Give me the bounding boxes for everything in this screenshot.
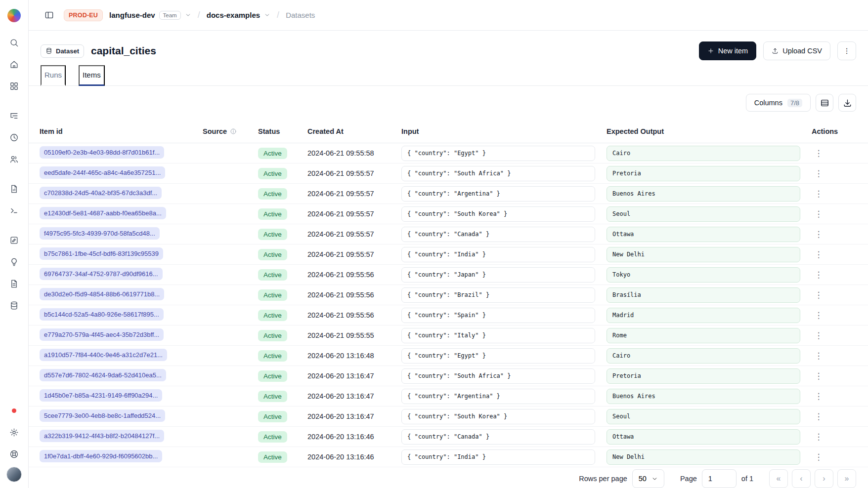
row-actions-button[interactable]: ⋮ <box>812 430 825 444</box>
project-name[interactable]: docs-examples <box>207 11 260 19</box>
expected-output-cell: Seoul <box>607 409 800 424</box>
row-actions-button[interactable]: ⋮ <box>812 268 825 282</box>
evaluation-lightbulb-icon[interactable] <box>5 253 23 271</box>
item-id-link[interactable]: 1f0e7da1-dbff-4e60-929d-f6095602bb... <box>40 450 162 462</box>
upload-csv-button[interactable]: Upload CSV <box>763 41 830 60</box>
rows-icon <box>820 98 829 108</box>
row-actions-button[interactable]: ⋮ <box>812 288 825 302</box>
item-id-link[interactable]: c702838d-24d5-40a2-bf35-67dc3a3df... <box>40 187 162 199</box>
playground-terminal-icon[interactable] <box>5 202 23 219</box>
row-actions-button[interactable]: ⋮ <box>812 247 825 261</box>
table-row[interactable]: c702838d-24d5-40a2-bf35-67dc3a3df... Act… <box>29 184 868 204</box>
table-row[interactable]: a322b319-9412-4f43-b8f2-b20484127f... Ac… <box>29 427 868 447</box>
status-badge: Active <box>258 269 287 281</box>
table-row[interactable]: d557e7d6-7802-4624-9da6-52d410ea5... Act… <box>29 366 868 386</box>
datasets-database-icon[interactable] <box>5 296 23 314</box>
item-id-link[interactable]: a322b319-9412-4f43-b8f2-b20484127f... <box>40 430 164 442</box>
item-id-link[interactable]: de30d2e0-f5d9-4854-88b6-0619771b8... <box>40 288 164 300</box>
next-page-button[interactable]: › <box>815 469 833 488</box>
info-icon[interactable] <box>230 128 237 135</box>
tracing-list-tree-icon[interactable] <box>5 107 23 124</box>
status-badge: Active <box>258 229 287 240</box>
project-switcher-chevron-icon[interactable] <box>264 12 270 18</box>
expected-output-cell: Madrid <box>607 308 800 323</box>
tab-items[interactable]: Items <box>79 65 105 86</box>
row-actions-button[interactable]: ⋮ <box>812 146 825 160</box>
settings-gear-icon[interactable] <box>5 423 23 441</box>
org-switcher-chevron-icon[interactable] <box>185 12 191 18</box>
users-icon[interactable] <box>5 150 23 168</box>
row-actions-button[interactable]: ⋮ <box>812 227 825 241</box>
columns-button[interactable]: Columns 7/8 <box>746 94 811 112</box>
row-actions-button[interactable]: ⋮ <box>812 349 825 363</box>
item-id-link[interactable]: 5cee7779-3e00-4eb8-be8c-1affedd524... <box>40 409 165 422</box>
main-panel: PROD-EU langfuse-dev Team / docs-example… <box>29 0 868 488</box>
pagination-footer: Rows per page 50 Page of 1 « ‹ › » <box>29 463 868 488</box>
page-number-input[interactable] <box>702 469 737 488</box>
previous-page-button[interactable]: ‹ <box>792 469 811 488</box>
row-height-button[interactable] <box>816 94 833 112</box>
table-row[interactable]: 05109ef0-2e3b-4e03-98dd-8f7d01b61f... Ac… <box>29 143 868 163</box>
item-id-link[interactable]: e779a270-579a-4f45-aec4-35b72d3bff... <box>40 328 164 341</box>
item-id-link[interactable]: 05109ef0-2e3b-4e03-98dd-8f7d01b61f... <box>40 146 164 159</box>
last-page-button[interactable]: » <box>837 469 856 488</box>
tab-runs[interactable]: Runs <box>41 65 66 86</box>
table-row[interactable]: 69764737-34af-4752-9787-d90df9616... Act… <box>29 265 868 285</box>
table-row[interactable]: e12430df-5e81-4687-aabb-f0ea65be8a... Ac… <box>29 204 868 224</box>
status-badge: Active <box>258 391 287 402</box>
item-id-link[interactable]: 69764737-34af-4752-9787-d90df9616... <box>40 268 163 280</box>
sessions-clock-icon[interactable] <box>5 128 23 146</box>
rows-per-page-select[interactable]: 50 <box>632 469 664 488</box>
search-icon[interactable] <box>5 34 23 51</box>
item-id-link[interactable]: eed5dafe-244f-465c-a84c-4a6e357251... <box>40 166 165 179</box>
dashboard-grid-icon[interactable] <box>5 77 23 95</box>
table-row[interactable]: 5cee7779-3e00-4eb8-be8c-1affedd524... Ac… <box>29 407 868 427</box>
org-name[interactable]: langfuse-dev <box>109 11 155 19</box>
support-life-buoy-icon[interactable] <box>5 445 23 463</box>
table-row[interactable]: a1910d57-7f84-440c-9e46-a31c2d7e21... Ac… <box>29 346 868 366</box>
item-id-link[interactable]: b5c144cd-52a5-4a80-926e-58617f895... <box>40 308 164 321</box>
row-actions-button[interactable]: ⋮ <box>812 207 825 221</box>
item-id-link[interactable]: 1d45b0e7-b85a-4231-9149-6ff90a294... <box>40 389 162 402</box>
item-id-link[interactable]: a1910d57-7f84-440c-9e46-a31c2d7e21... <box>40 349 167 361</box>
home-icon[interactable] <box>5 55 23 73</box>
first-page-button[interactable]: « <box>769 469 788 488</box>
expected-output-cell: Brasília <box>607 287 800 303</box>
table-row[interactable]: e779a270-579a-4f45-aec4-35b72d3bff... Ac… <box>29 325 868 346</box>
expected-output-cell: Pretoria <box>607 166 800 181</box>
user-avatar[interactable] <box>6 467 22 482</box>
created-at-cell: 2024-06-21 09:55:57 <box>304 230 398 238</box>
item-id-link[interactable]: e12430df-5e81-4687-aabb-f0ea65be8a... <box>40 207 166 219</box>
item-id-link[interactable]: b75c7861-1fbe-45cf-bdf6-83f139c95539 <box>40 247 163 260</box>
table-row[interactable]: b5c144cd-52a5-4a80-926e-58617f895... Act… <box>29 305 868 325</box>
row-actions-button[interactable]: ⋮ <box>812 308 825 322</box>
langfuse-logo[interactable] <box>7 9 21 22</box>
table-row[interactable]: f4975c95-5fc3-4939-970d-58fa5cd48... Act… <box>29 224 868 244</box>
dataset-more-actions-button[interactable]: ⋮ <box>837 41 856 60</box>
sidebar-toggle-button[interactable] <box>41 7 57 24</box>
row-actions-button[interactable]: ⋮ <box>812 187 825 201</box>
input-cell: { "country": "Canada" } <box>401 227 595 242</box>
prompts-file-text-icon[interactable] <box>5 275 23 292</box>
row-actions-button[interactable]: ⋮ <box>812 166 825 180</box>
row-actions-button[interactable]: ⋮ <box>812 389 825 403</box>
row-actions-button[interactable]: ⋮ <box>812 409 825 423</box>
table-row[interactable]: b75c7861-1fbe-45cf-bdf6-83f139c95539 Act… <box>29 244 868 265</box>
row-actions-button[interactable]: ⋮ <box>812 450 825 464</box>
table-row[interactable]: 1d45b0e7-b85a-4231-9149-6ff90a294... Act… <box>29 386 868 407</box>
table-row[interactable]: de30d2e0-f5d9-4854-88b6-0619771b8... Act… <box>29 285 868 305</box>
status-badge: Active <box>258 148 287 159</box>
dataset-type-badge: Dataset <box>41 44 84 58</box>
kebab-menu-icon: ⋮ <box>843 47 851 55</box>
item-id-link[interactable]: d557e7d6-7802-4624-9da6-52d410ea5... <box>40 369 166 381</box>
item-id-link[interactable]: f4975c95-5fc3-4939-970d-58fa5cd48... <box>40 227 160 240</box>
status-badge: Active <box>258 370 287 382</box>
scores-file-chart-icon[interactable] <box>5 180 23 198</box>
new-item-button[interactable]: New item <box>699 41 756 60</box>
row-actions-button[interactable]: ⋮ <box>812 369 825 383</box>
table-row[interactable]: eed5dafe-244f-465c-a84c-4a6e357251... Ac… <box>29 163 868 184</box>
row-actions-button[interactable]: ⋮ <box>812 328 825 342</box>
export-download-button[interactable] <box>838 94 856 112</box>
org-type-chip: Team <box>159 11 181 20</box>
annotation-pen-square-icon[interactable] <box>5 231 23 249</box>
